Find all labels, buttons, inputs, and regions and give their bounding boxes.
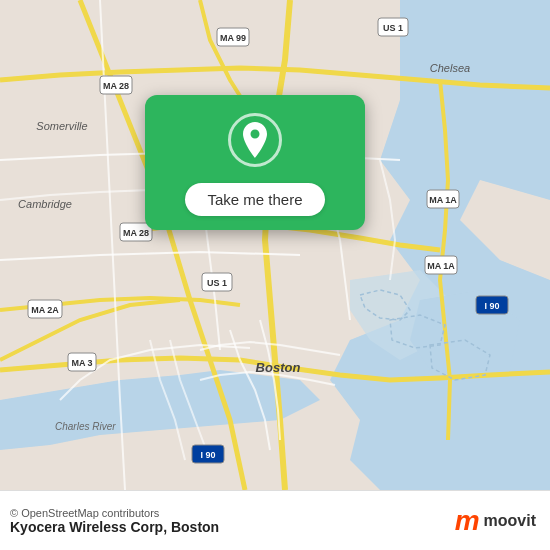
- svg-text:MA 1A: MA 1A: [429, 195, 457, 205]
- svg-text:MA 1A: MA 1A: [427, 261, 455, 271]
- svg-text:MA 99: MA 99: [220, 33, 246, 43]
- location-pin-icon: [240, 122, 270, 158]
- svg-text:MA 28: MA 28: [103, 81, 129, 91]
- popup-card: Take me there: [145, 95, 365, 230]
- moovit-m-icon: m: [455, 507, 480, 535]
- map-container: US 1 MA 99 MA 28 I 93 Chelsea Somerville…: [0, 0, 550, 490]
- svg-text:Chelsea: Chelsea: [430, 62, 470, 74]
- location-info: © OpenStreetMap contributors Kyocera Wir…: [10, 507, 219, 535]
- take-me-there-button[interactable]: Take me there: [185, 183, 324, 216]
- svg-text:Boston: Boston: [256, 360, 301, 375]
- svg-text:MA 2A: MA 2A: [31, 305, 59, 315]
- svg-text:Somerville: Somerville: [36, 120, 87, 132]
- bottom-bar: © OpenStreetMap contributors Kyocera Wir…: [0, 490, 550, 550]
- moovit-text: moovit: [484, 512, 536, 530]
- moovit-logo[interactable]: m moovit: [455, 507, 536, 535]
- svg-text:Charles River: Charles River: [55, 421, 116, 432]
- svg-text:US 1: US 1: [207, 278, 227, 288]
- svg-text:MA 3: MA 3: [71, 358, 92, 368]
- svg-text:MA 28: MA 28: [123, 228, 149, 238]
- svg-text:I 90: I 90: [200, 450, 215, 460]
- copyright-text: © OpenStreetMap contributors: [10, 507, 219, 519]
- location-name: Kyocera Wireless Corp, Boston: [10, 519, 219, 535]
- svg-text:Cambridge: Cambridge: [18, 198, 72, 210]
- svg-text:US 1: US 1: [383, 23, 403, 33]
- svg-text:I 90: I 90: [484, 301, 499, 311]
- pin-icon-wrapper: [228, 113, 282, 167]
